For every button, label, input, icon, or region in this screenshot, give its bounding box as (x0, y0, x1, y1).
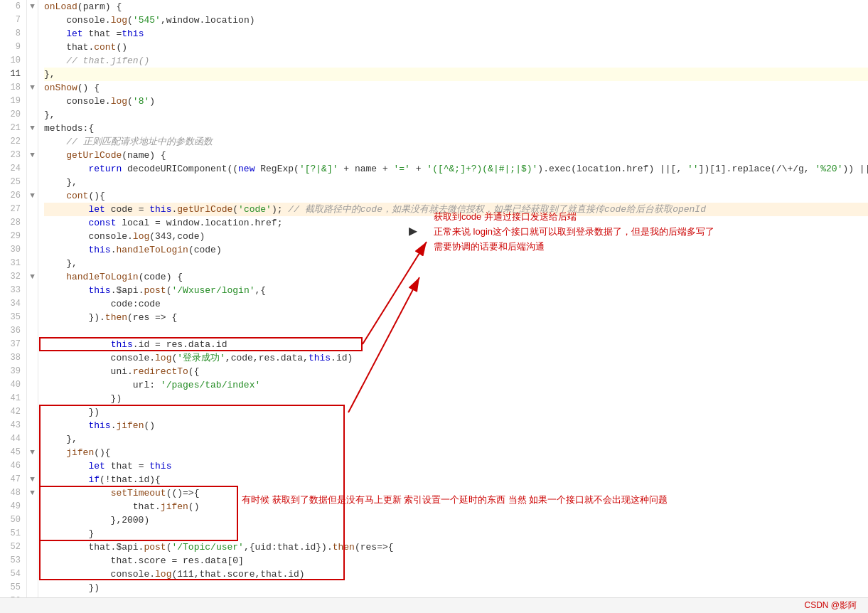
ln-39[interactable]: 39 (3, 365, 21, 378)
ln-27[interactable]: 27 (3, 203, 21, 216)
fold-53 (30, 556, 35, 565)
ln-25[interactable]: 25 (3, 176, 21, 189)
fold-29 (30, 232, 35, 240)
fold-8 (30, 29, 35, 38)
ln-40[interactable]: 40 (3, 378, 21, 392)
csdn-logo: CSDN @影阿 (804, 599, 857, 612)
fold-21[interactable]: ▼ (27, 122, 38, 135)
code-line-11: }, (44, 68, 868, 81)
ln-45[interactable]: 45 (3, 446, 21, 459)
ln-53[interactable]: 53 (3, 554, 21, 567)
ln-50[interactable]: 50 (3, 513, 21, 527)
ln-10[interactable]: 10 (3, 54, 21, 68)
fold-26[interactable]: ▼ (27, 189, 38, 203)
ln-38[interactable]: 38 (3, 351, 21, 365)
fold-32[interactable]: ▼ (27, 270, 38, 284)
code-line-50: },2000) (44, 513, 868, 527)
ln-44[interactable]: 44 (3, 432, 21, 446)
code-line-47: if(!that.id){ (44, 473, 868, 486)
fold-48[interactable]: ▼ (27, 486, 38, 500)
ln-20[interactable]: 20 (3, 108, 21, 122)
ln-33[interactable]: 33 (3, 284, 21, 297)
ln-29[interactable]: 29 (3, 230, 21, 243)
code-line-40: url: '/pages/tab/index' (44, 378, 868, 392)
ln-51[interactable]: 51 (3, 527, 21, 540)
fold-23[interactable]: ▼ (27, 149, 38, 162)
bottom-bar: CSDN @影阿 (0, 597, 868, 613)
ln-28[interactable]: 28 (3, 216, 21, 230)
fold-18[interactable]: ▼ (27, 81, 38, 95)
code-line-38: console.log('登录成功',code,res.data,this.id… (44, 351, 868, 365)
fold-33 (30, 286, 35, 294)
fold-35 (30, 313, 35, 321)
ln-6[interactable]: 6 (3, 0, 21, 14)
ln-48[interactable]: 48 (3, 486, 21, 500)
ln-23[interactable]: 23 (3, 149, 21, 162)
ln-55[interactable]: 55 (3, 581, 21, 595)
ln-7[interactable]: 7 (3, 14, 21, 27)
ln-41[interactable]: 41 (3, 392, 21, 405)
fold-44 (30, 435, 35, 443)
code-line-24: return decodeURIComponent((new RegExp('[… (44, 162, 868, 176)
ln-26[interactable]: 26 (3, 189, 21, 203)
code-line-39: uni.redirectTo({ (44, 365, 868, 378)
code-line-46: let that = this (44, 459, 868, 473)
ln-31[interactable]: 31 (3, 257, 21, 270)
code-line-8: let that =this (44, 27, 868, 41)
code-area[interactable]: onLoad(parm) { console.log('545',window.… (38, 0, 868, 613)
ln-11[interactable]: 11 (3, 68, 21, 81)
ln-42[interactable]: 42 (3, 405, 21, 419)
fold-27 (30, 205, 35, 213)
fold-41 (30, 394, 35, 403)
code-line-10: // that.jifen() (44, 54, 868, 68)
code-line-6: onLoad(parm) { (44, 0, 868, 14)
fold-47[interactable]: ▼ (27, 473, 38, 486)
ln-22[interactable]: 22 (3, 135, 21, 149)
code-line-9: that.cont() (44, 41, 868, 54)
code-line-23: getUrlCode(name) { (44, 149, 868, 162)
fold-31 (30, 259, 35, 267)
ln-30[interactable]: 30 (3, 243, 21, 257)
fold-36 (30, 326, 35, 335)
ln-8[interactable]: 8 (3, 27, 21, 41)
code-line-30: this.handleToLogin(code) (44, 243, 868, 257)
code-line-36 (44, 324, 868, 338)
code-line-35: }).then(res => { (44, 311, 868, 324)
code-line-25: }, (44, 176, 868, 189)
code-line-48: setTimeout(()=>{ (44, 486, 868, 500)
ln-24[interactable]: 24 (3, 162, 21, 176)
ln-36[interactable]: 36 (3, 324, 21, 338)
code-line-22: // 正则匹配请求地址中的参数函数 (44, 135, 868, 149)
ln-18[interactable]: 18 (3, 81, 21, 95)
code-line-53: that.score = res.data[0] (44, 554, 868, 567)
ln-43[interactable]: 43 (3, 419, 21, 432)
code-line-20: }, (44, 108, 868, 122)
ln-32[interactable]: 32 (3, 270, 21, 284)
ln-35[interactable]: 35 (3, 311, 21, 324)
code-line-18: onShow() { (44, 81, 868, 95)
code-line-52: that.$api.post('/Topic/user',{uid:that.i… (44, 540, 868, 554)
ln-52[interactable]: 52 (3, 540, 21, 554)
fold-6[interactable]: ▼ (27, 0, 38, 14)
fold-50 (30, 516, 35, 524)
ln-47[interactable]: 47 (3, 473, 21, 486)
fold-40 (30, 380, 35, 389)
code-line-43: this.jifen() (44, 419, 868, 432)
code-line-42: }) (44, 405, 868, 419)
ln-19[interactable]: 19 (3, 95, 21, 108)
fold-49 (30, 502, 35, 511)
ln-49[interactable]: 49 (3, 500, 21, 513)
ln-21[interactable]: 21 (3, 122, 21, 135)
ln-54[interactable]: 54 (3, 567, 21, 581)
code-line-27: let code = this.getUrlCode('code'); // 截… (44, 203, 868, 216)
code-line-19: console.log('8') (44, 95, 868, 108)
code-line-28: const local = window.location.href; (44, 216, 868, 230)
fold-7 (30, 16, 35, 24)
fold-9 (30, 43, 35, 51)
code-line-7: console.log('545',window.location) (44, 14, 868, 27)
ln-9[interactable]: 9 (3, 41, 21, 54)
ln-34[interactable]: 34 (3, 297, 21, 311)
fold-45[interactable]: ▼ (27, 446, 38, 459)
ln-46[interactable]: 46 (3, 459, 21, 473)
ln-37[interactable]: 37 (3, 338, 21, 351)
